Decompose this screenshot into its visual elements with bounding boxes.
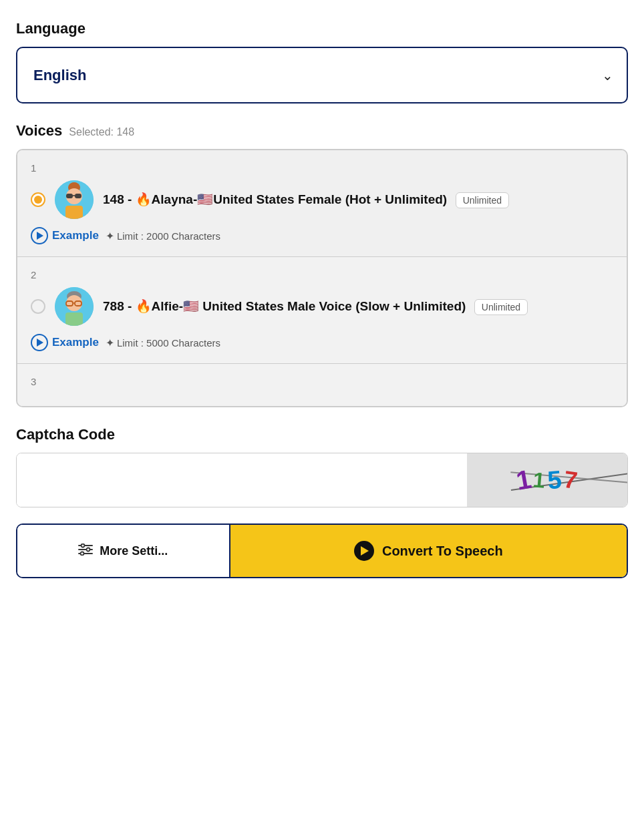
- voices-section: Voices Selected: 148 1: [16, 122, 628, 407]
- chevron-down-icon: ⌄: [602, 67, 627, 83]
- language-dropdown-wrapper[interactable]: English Spanish French German Italian Po…: [16, 47, 628, 103]
- convert-to-speech-button[interactable]: Convert To Speech: [230, 525, 627, 577]
- svg-rect-5: [75, 194, 82, 198]
- captcha-wrapper: 1 1 5 7: [16, 453, 628, 507]
- svg-point-19: [87, 548, 90, 551]
- more-settings-label: More Setti...: [100, 544, 168, 558]
- voice-card-2[interactable]: 2: [17, 257, 627, 364]
- language-select[interactable]: English Spanish French German Italian Po…: [17, 48, 602, 102]
- voice-limit-1: ✦ Limit : 2000 Characters: [106, 230, 220, 242]
- captcha-section: Captcha Code 1 1 5 7: [16, 426, 628, 507]
- voice-number-1: 1: [31, 162, 613, 174]
- voice-info-2: 788 - 🔥Alfie-🇺🇸 United States Male Voice…: [103, 298, 613, 316]
- voices-count: Selected: 148: [69, 126, 134, 138]
- bottom-buttons: More Setti... Convert To Speech: [16, 523, 628, 578]
- voice-card-3[interactable]: 3: [17, 364, 627, 406]
- voices-title: Voices: [16, 122, 62, 140]
- play-icon-2: [31, 334, 48, 351]
- voice-name-1: 148 - 🔥Alayna-🇺🇸United States Female (Ho…: [103, 192, 447, 206]
- voice-badge-2: Unlimited: [474, 299, 528, 315]
- voices-list[interactable]: 1: [16, 149, 628, 407]
- voice-example-btn-1[interactable]: Example: [31, 227, 99, 244]
- voice-badge-1: Unlimited: [456, 192, 509, 208]
- voice-radio-2[interactable]: [31, 299, 45, 314]
- convert-label: Convert To Speech: [382, 544, 503, 559]
- voice-card-top-2: 788 - 🔥Alfie-🇺🇸 United States Male Voice…: [31, 287, 613, 326]
- captcha-char-1: 1: [514, 463, 534, 496]
- captcha-title: Captcha Code: [16, 426, 628, 443]
- svg-point-18: [82, 544, 85, 547]
- voice-info-1: 148 - 🔥Alayna-🇺🇸United States Female (Ho…: [103, 191, 613, 209]
- play-icon-1: [31, 227, 48, 244]
- svg-rect-4: [66, 194, 73, 198]
- svg-rect-7: [65, 206, 83, 219]
- captcha-char-2: 1: [532, 467, 546, 493]
- sparkle-icon-1: ✦: [106, 230, 114, 242]
- captcha-char-3: 5: [546, 465, 562, 495]
- voices-header: Voices Selected: 148: [16, 122, 628, 140]
- sparkle-icon-2: ✦: [106, 337, 114, 349]
- captcha-input[interactable]: [17, 453, 467, 507]
- language-section: Language English Spanish French German I…: [16, 20, 628, 103]
- svg-rect-14: [65, 312, 83, 326]
- voice-limit-2: ✦ Limit : 5000 Characters: [106, 337, 220, 349]
- example-label-1: Example: [52, 229, 99, 242]
- voice-radio-1[interactable]: [31, 192, 45, 207]
- voice-card-1[interactable]: 1: [17, 150, 627, 257]
- voice-avatar-1: [55, 180, 94, 219]
- voice-avatar-2: [55, 287, 94, 326]
- svg-point-20: [81, 552, 84, 555]
- language-title: Language: [16, 20, 628, 37]
- voice-number-3: 3: [31, 376, 613, 387]
- voice-number-2: 2: [31, 269, 613, 280]
- captcha-image: 1 1 5 7: [467, 453, 627, 507]
- voice-example-btn-2[interactable]: Example: [31, 334, 99, 351]
- voice-name-2: 788 - 🔥Alfie-🇺🇸 United States Male Voice…: [103, 299, 466, 313]
- settings-icon: [78, 544, 93, 559]
- example-label-2: Example: [52, 336, 99, 349]
- svg-point-2: [71, 182, 77, 189]
- convert-play-icon: [354, 541, 374, 561]
- voice-card-top-1: 148 - 🔥Alayna-🇺🇸United States Female (Ho…: [31, 180, 613, 219]
- captcha-chars: 1 1 5 7: [517, 466, 577, 494]
- captcha-char-4: 7: [562, 465, 579, 495]
- voice-example-row-2: Example ✦ Limit : 5000 Characters: [31, 334, 613, 351]
- more-settings-button[interactable]: More Setti...: [17, 525, 230, 577]
- voice-example-row-1: Example ✦ Limit : 2000 Characters: [31, 227, 613, 244]
